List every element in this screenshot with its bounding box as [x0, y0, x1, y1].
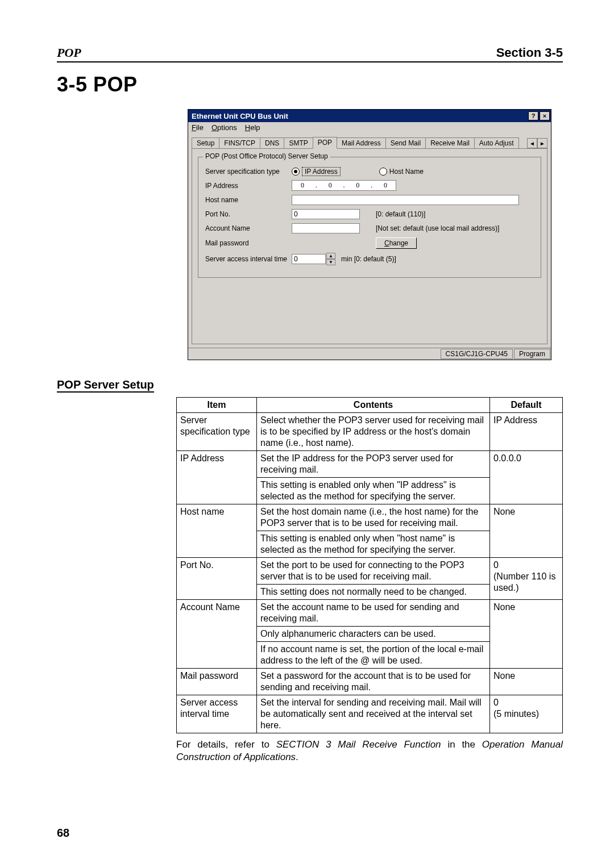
cell-default: None: [490, 504, 563, 558]
running-header: POP Section 3-5: [57, 45, 563, 62]
menu-help[interactable]: Help: [245, 123, 260, 132]
spinner-down-icon[interactable]: ▼: [326, 259, 335, 265]
table-row: Host nameSet the host domain name (i.e.,…: [177, 504, 563, 531]
th-contents: Contents: [257, 398, 490, 413]
pop-server-setup-heading: POP Server Setup: [57, 378, 154, 393]
dialog-window: Ethernet Unit CPU Bus Unit ? × File Opti…: [188, 109, 551, 360]
table-row: Server access interval timeSet the inter…: [177, 695, 563, 733]
cell-contents: This setting does not normally need to b…: [257, 585, 490, 600]
cell-item: Account Name: [177, 600, 257, 669]
cell-contents: Set a password for the account that is t…: [257, 669, 490, 695]
table-row: Server specification typeSelect whether …: [177, 413, 563, 451]
cell-default: IP Address: [490, 413, 563, 451]
radio-host-name[interactable]: Host Name: [379, 168, 424, 176]
page-number: 68: [57, 827, 69, 840]
ip-address-field[interactable]: 0. 0. 0. 0: [292, 180, 396, 191]
label-host-name: Host name: [205, 196, 291, 204]
settings-table: Item Contents Default Server specificati…: [176, 397, 563, 733]
tab-setup[interactable]: Setup: [192, 137, 219, 149]
table-row: Port No.Set the port to be used for conn…: [177, 558, 563, 585]
table-row: Mail passwordSet a password for the acco…: [177, 669, 563, 695]
status-mode: Program: [514, 349, 550, 359]
statusbar: CS1G/CJ1G-CPU45 Program: [188, 348, 551, 360]
tab-smtp[interactable]: SMTP: [284, 137, 313, 149]
cell-default: None: [490, 600, 563, 669]
cell-item: Host name: [177, 504, 257, 558]
label-account-name: Account Name: [205, 224, 291, 232]
th-default: Default: [490, 398, 563, 413]
cell-item: IP Address: [177, 451, 257, 504]
cell-contents: This setting is enabled only when "host …: [257, 531, 490, 558]
tab-auto-adjust[interactable]: Auto Adjust: [474, 137, 519, 149]
label-port-no: Port No.: [205, 210, 291, 218]
radio-host-label: Host Name: [389, 168, 424, 176]
cell-item: Server specification type: [177, 413, 257, 451]
cell-contents: If no account name is set, the portion o…: [257, 642, 490, 669]
settings-table-body: Server specification typeSelect whether …: [177, 413, 563, 733]
label-ip-address: IP Address: [205, 182, 291, 190]
menu-file[interactable]: File: [192, 123, 204, 132]
titlebar: Ethernet Unit CPU Bus Unit ? ×: [188, 110, 551, 122]
cell-item: Server access interval time: [177, 695, 257, 733]
cell-default: 0 (Number 110 is used.): [490, 558, 563, 600]
port-no-input[interactable]: [292, 209, 360, 219]
spinner-up-icon[interactable]: ▲: [326, 253, 335, 259]
tab-dns[interactable]: DNS: [260, 137, 284, 149]
tab-receive-mail[interactable]: Receive Mail: [425, 137, 475, 149]
tab-fins-tcp[interactable]: FINS/TCP: [219, 137, 260, 149]
radio-dot-selected-icon: [292, 168, 300, 176]
close-icon[interactable]: ×: [540, 111, 550, 120]
cell-default: 0 (5 minutes): [490, 695, 563, 733]
menubar: File Options Help: [188, 122, 551, 134]
radio-ip-address[interactable]: IP Address: [292, 167, 341, 176]
header-left: POP: [57, 45, 81, 60]
section-title: 3-5 POP: [57, 73, 563, 97]
th-item: Item: [177, 398, 257, 413]
window-title: Ethernet Unit CPU Bus Unit: [192, 112, 288, 120]
pop-server-setup-group: POP (Post Office Protocol) Server Setup …: [198, 157, 541, 278]
tab-mail-address[interactable]: Mail Address: [337, 137, 386, 149]
host-name-input[interactable]: [292, 195, 519, 205]
interval-input[interactable]: [292, 254, 326, 264]
status-cpu: CS1G/CJ1G-CPU45: [441, 349, 513, 359]
tab-pop[interactable]: POP: [313, 137, 337, 149]
menu-options[interactable]: Options: [211, 123, 237, 132]
cell-contents: Set the IP address for the POP3 server u…: [257, 451, 490, 478]
label-interval: Server access interval time: [205, 255, 291, 263]
cell-contents: Set the port to be used for connecting t…: [257, 558, 490, 585]
interval-hint: min [0: default (5)]: [341, 255, 396, 263]
account-hint: [Not set: default (use local mail addres…: [376, 224, 499, 232]
group-legend: POP (Post Office Protocol) Server Setup: [203, 152, 330, 160]
table-row: IP AddressSet the IP address for the POP…: [177, 451, 563, 478]
footnote: For details, refer to SECTION 3 Mail Rec…: [176, 738, 563, 763]
tab-scroll-right-icon[interactable]: ►: [537, 138, 547, 148]
radio-dot-icon: [379, 168, 387, 176]
cell-default: None: [490, 669, 563, 695]
tab-panel: POP (Post Office Protocol) Server Setup …: [192, 148, 547, 344]
table-row: Account NameSet the account name to be u…: [177, 600, 563, 627]
cell-contents: Set the host domain name (i.e., the host…: [257, 504, 490, 531]
tabstrip: Setup FINS/TCP DNS SMTP POP Mail Address…: [188, 134, 551, 148]
label-server-spec-type: Server specification type: [205, 168, 291, 176]
radio-ip-label: IP Address: [302, 167, 341, 176]
cell-contents: Set the interval for sending and receivi…: [257, 695, 490, 733]
interval-spinner[interactable]: ▲ ▼: [326, 253, 335, 265]
header-right: Section 3-5: [496, 45, 563, 60]
account-name-input[interactable]: [292, 223, 360, 233]
port-hint: [0: default (110)]: [376, 210, 425, 218]
cell-item: Mail password: [177, 669, 257, 695]
cell-contents: Select whether the POP3 server used for …: [257, 413, 490, 451]
help-icon[interactable]: ?: [528, 111, 538, 120]
label-mail-password: Mail password: [205, 239, 291, 247]
tab-send-mail[interactable]: Send Mail: [385, 137, 426, 149]
tab-scroll-left-icon[interactable]: ◄: [527, 138, 537, 148]
cell-default: 0.0.0.0: [490, 451, 563, 504]
change-password-button[interactable]: Change: [376, 237, 417, 249]
cell-contents: Set the account name to be used for send…: [257, 600, 490, 627]
cell-contents: Only alphanumeric characters can be used…: [257, 627, 490, 642]
cell-contents: This setting is enabled only when "IP ad…: [257, 478, 490, 504]
cell-item: Port No.: [177, 558, 257, 600]
